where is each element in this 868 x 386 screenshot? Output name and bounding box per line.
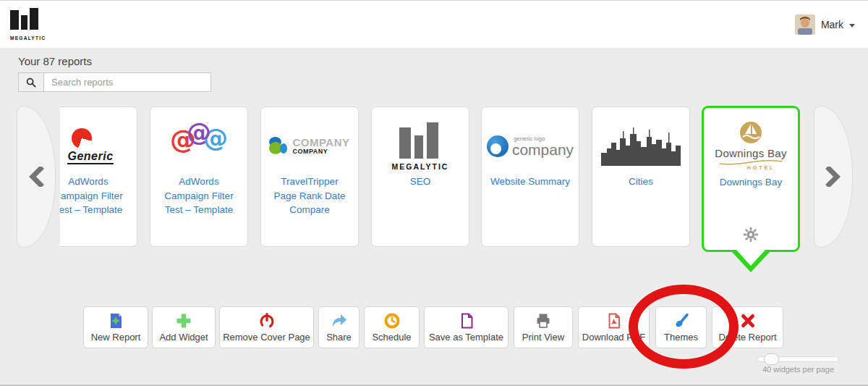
downings-bay-hotel-logo: Downings Bay HOTEL bbox=[704, 114, 798, 169]
report-title: Downings Bay bbox=[704, 175, 798, 190]
company-blob-icon bbox=[269, 137, 288, 156]
brand-name: MEGALYTIC bbox=[10, 35, 54, 41]
report-card-generic[interactable]: Generic AdWords Campaign Filter Test – T… bbox=[60, 106, 137, 247]
print-view-button[interactable]: Print View bbox=[514, 306, 573, 348]
clock-icon bbox=[383, 312, 401, 330]
red-pie-logo-icon bbox=[72, 128, 92, 148]
report-card-adwords[interactable]: @ @ @ AdWords Campaign Filter Test – Tem… bbox=[150, 106, 248, 247]
paintbrush-icon bbox=[673, 312, 690, 330]
app-window: MEGALYTIC Mark Your 87 reports bbox=[0, 0, 868, 386]
new-report-button[interactable]: New Report bbox=[83, 306, 148, 348]
pdf-document-icon bbox=[605, 312, 623, 330]
report-title: SEO bbox=[372, 175, 469, 189]
search-bar bbox=[18, 72, 211, 92]
sailboat-icon bbox=[738, 119, 764, 146]
add-widget-button[interactable]: Add Widget bbox=[152, 306, 216, 348]
bar-chart-logo-icon bbox=[10, 7, 41, 32]
carousel-prev-button[interactable] bbox=[17, 106, 56, 248]
report-card-downings-bay-selected[interactable]: Downings Bay HOTEL Downings Bay bbox=[702, 106, 800, 252]
report-title: AdWords Campaign Filter Test – Template bbox=[150, 175, 247, 217]
document-outline-icon bbox=[458, 312, 475, 330]
remove-cover-page-button[interactable]: Remove Cover Page bbox=[219, 306, 314, 348]
user-name: Mark bbox=[821, 19, 843, 30]
schedule-button[interactable]: Schedule bbox=[364, 306, 420, 348]
chevron-right-icon bbox=[825, 167, 841, 187]
company-logo: COMPANY COMPANY bbox=[261, 119, 358, 174]
search-input[interactable] bbox=[43, 72, 211, 92]
share-arrow-icon bbox=[331, 312, 348, 330]
chevron-left-icon bbox=[28, 167, 44, 187]
report-title: AdWords Campaign Filter Test – Template bbox=[60, 175, 137, 217]
report-title: TravelTripper Page Rank Date Compare bbox=[261, 175, 358, 217]
carousel-next-button[interactable] bbox=[814, 106, 853, 248]
report-card-traveltripper[interactable]: COMPANY COMPANY TravelTripper Page Rank … bbox=[260, 106, 359, 247]
printer-icon bbox=[535, 312, 552, 330]
megalytic-logo[interactable]: MEGALYTIC bbox=[10, 7, 54, 41]
city-skyline-icon bbox=[592, 119, 689, 174]
search-icon bbox=[26, 77, 36, 88]
at-symbols-logo: @ @ @ bbox=[150, 119, 247, 174]
user-menu[interactable]: Mark bbox=[795, 14, 855, 35]
report-card-clip: Generic AdWords Campaign Filter Test – T… bbox=[60, 106, 137, 248]
report-title: Cities bbox=[592, 175, 689, 189]
report-card-seo[interactable]: MEGALYTIC SEO bbox=[371, 106, 469, 247]
search-button[interactable] bbox=[18, 72, 43, 92]
report-card-cities[interactable]: Cities bbox=[592, 106, 690, 247]
generic-logo-company: generic logo company bbox=[482, 119, 579, 174]
gear-icon[interactable] bbox=[744, 227, 758, 245]
document-plus-icon bbox=[107, 312, 124, 330]
x-mark-icon bbox=[739, 312, 757, 330]
delete-report-button[interactable]: Delete Report bbox=[712, 306, 783, 348]
report-card-website-summary[interactable]: generic logo company Website Summary bbox=[481, 106, 579, 247]
bar-chart-logo-icon bbox=[399, 122, 441, 159]
share-button[interactable]: Share bbox=[318, 306, 359, 348]
avatar bbox=[795, 14, 815, 35]
power-icon bbox=[258, 312, 276, 330]
blue-sphere-icon bbox=[487, 135, 509, 157]
save-as-template-button[interactable]: Save as Template bbox=[424, 306, 509, 348]
slider-label: 40 widgets per page bbox=[749, 365, 848, 374]
generic-brand-logo: Generic bbox=[60, 119, 137, 174]
page-title: Your 87 reports bbox=[18, 55, 92, 67]
slider-handle[interactable] bbox=[764, 353, 779, 365]
swoosh-icon bbox=[718, 159, 783, 165]
report-title: Website Summary bbox=[482, 175, 579, 189]
megalytic-gray-logo: MEGALYTIC bbox=[372, 119, 469, 174]
download-pdf-button[interactable]: Download PDF bbox=[578, 306, 650, 348]
top-bar: MEGALYTIC Mark bbox=[0, 1, 868, 49]
themes-button[interactable]: Themes bbox=[655, 306, 707, 348]
plus-icon bbox=[175, 312, 192, 330]
chevron-down-icon bbox=[849, 24, 855, 28]
